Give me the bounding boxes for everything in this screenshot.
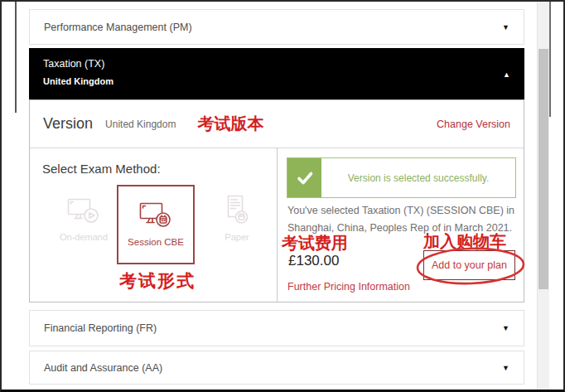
taxation-subtitle: United Kingdom bbox=[43, 76, 510, 86]
accordion-financial-reporting[interactable]: Financial Reporting (FR) ▼ bbox=[29, 310, 524, 346]
exam-method-option-session-cbe[interactable]: Session CBE bbox=[117, 185, 195, 264]
exam-method-label: Paper bbox=[205, 232, 268, 242]
panel-columns: Select Exam Method: On-demand bbox=[30, 148, 524, 302]
exam-method-label: On-demand bbox=[51, 232, 116, 242]
exam-plan-screen: Performance Management (PM) ▼ Taxation (… bbox=[0, 0, 565, 392]
taxation-panel: Version United Kingdom 考试版本 Change Versi… bbox=[29, 99, 524, 302]
accordion-label: Performance Management (PM) bbox=[44, 22, 192, 33]
monitor-play-icon bbox=[67, 213, 100, 227]
document-calendar-icon bbox=[225, 213, 249, 227]
version-value: United Kingdom bbox=[105, 119, 176, 130]
exam-method-annotation-cn: 考试形式 bbox=[119, 269, 196, 293]
taxation-title: Taxation (TX) bbox=[43, 58, 510, 70]
page-edge-line-right bbox=[549, 2, 551, 117]
chevron-down-icon: ▼ bbox=[502, 23, 509, 31]
checkmark-icon bbox=[287, 158, 321, 197]
change-version-link[interactable]: Change Version bbox=[437, 119, 510, 130]
accordion-label: Financial Reporting (FR) bbox=[44, 322, 157, 334]
further-pricing-link[interactable]: Further Pricing Information bbox=[287, 281, 410, 293]
accordion-label: Audit and Assurance (AA) bbox=[44, 362, 162, 374]
scrollbar-thumb[interactable] bbox=[538, 49, 548, 289]
version-row: Version United Kingdom 考试版本 Change Versi… bbox=[30, 100, 524, 148]
exam-method-label: Session CBE bbox=[128, 237, 184, 247]
exam-method-column: Select Exam Method: On-demand bbox=[30, 148, 278, 302]
accordion-performance-management[interactable]: Performance Management (PM) ▼ bbox=[29, 9, 524, 45]
exam-method-title: Select Exam Method: bbox=[42, 162, 161, 176]
page-edge-line-left bbox=[15, 2, 17, 113]
vertical-scrollbar[interactable] bbox=[537, 2, 549, 390]
exam-method-option-paper[interactable]: Paper bbox=[205, 195, 268, 242]
exam-method-option-on-demand[interactable]: On-demand bbox=[51, 198, 116, 242]
chevron-down-icon: ▼ bbox=[502, 324, 509, 332]
cart-annotation-cn: 加入购物车 bbox=[423, 230, 506, 253]
success-banner: Version is selected successfully. bbox=[287, 157, 516, 198]
add-to-plan-button[interactable]: Add to your plan bbox=[423, 250, 515, 280]
accordion-audit-assurance[interactable]: Audit and Assurance (AA) ▼ bbox=[29, 351, 524, 385]
version-annotation-cn: 考试版本 bbox=[197, 113, 263, 135]
version-label: Version bbox=[43, 115, 93, 133]
selection-column: Version is selected successfully. You've… bbox=[278, 148, 524, 302]
chevron-up-icon: ▲ bbox=[503, 70, 510, 79]
accordion-taxation-header[interactable]: Taxation (TX) United Kingdom ▲ bbox=[29, 48, 524, 99]
monitor-calendar-icon bbox=[139, 202, 172, 232]
exam-price: £130.00 bbox=[288, 253, 339, 269]
fee-annotation-cn: 考试费用 bbox=[282, 232, 348, 254]
chevron-down-icon: ▼ bbox=[502, 364, 509, 372]
success-message: Version is selected successfully. bbox=[321, 158, 515, 197]
